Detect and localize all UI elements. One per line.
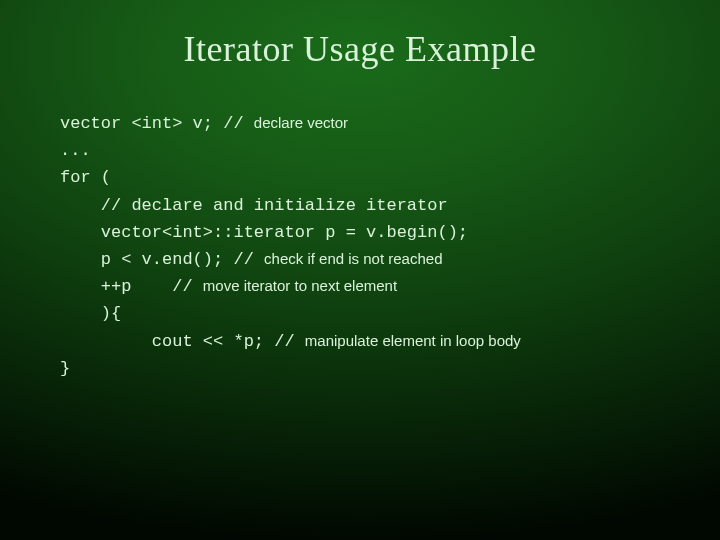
- code-line-10: }: [60, 359, 70, 378]
- code-line-4: // declare and initialize iterator: [60, 196, 448, 215]
- code-line-1: vector <int> v; // declare vector: [60, 114, 348, 133]
- code-line-6: p < v.end(); // check if end is not reac…: [60, 250, 443, 269]
- slide-title: Iterator Usage Example: [60, 28, 660, 70]
- code-line-2: ...: [60, 141, 91, 160]
- code-line-8: ){: [60, 304, 121, 323]
- code-line-9: cout << *p; // manipulate element in loo…: [60, 332, 521, 351]
- slide-container: Iterator Usage Example vector <int> v; /…: [0, 0, 720, 540]
- code-line-3: for (: [60, 168, 111, 187]
- code-line-7: ++p // move iterator to next element: [60, 277, 397, 296]
- code-block: vector <int> v; // declare vector ... fo…: [60, 110, 660, 382]
- code-line-5: vector<int>::iterator p = v.begin();: [60, 223, 468, 242]
